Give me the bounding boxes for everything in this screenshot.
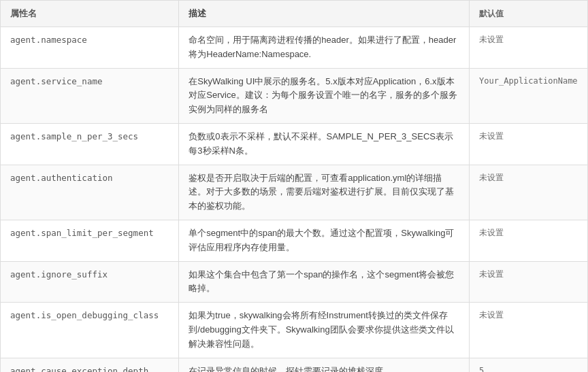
table-row: agent.namespace命名空间，用于隔离跨进程传播的header。如果进…: [1, 27, 588, 69]
properties-table: 属性名 描述 默认值 agent.namespace命名空间，用于隔离跨进程传播…: [0, 0, 588, 372]
property-desc: 鉴权是否开启取决于后端的配置，可查看application.yml的详细描述。对…: [179, 165, 470, 220]
property-desc: 命名空间，用于隔离跨进程传播的header。如果进行了配置，header将为He…: [179, 27, 470, 69]
property-default: 未设置: [470, 165, 588, 220]
property-desc: 在SkyWalking UI中展示的服务名。5.x版本对应Application…: [179, 68, 470, 123]
property-name: agent.authentication: [1, 165, 179, 220]
property-desc: 如果这个集合中包含了第一个span的操作名，这个segment将会被您略掉。: [179, 261, 470, 303]
table-row: agent.service_name在SkyWalking UI中展示的服务名。…: [1, 68, 588, 123]
property-default: Your_ApplicationName: [470, 68, 588, 123]
property-name: agent.is_open_debugging_class: [1, 303, 179, 358]
property-default: 未设置: [470, 220, 588, 261]
property-name: agent.ignore_suffix: [1, 261, 179, 303]
table-row: agent.ignore_suffix如果这个集合中包含了第一个span的操作名…: [1, 261, 588, 303]
table-row: agent.sample_n_per_3_secs负数或0表示不采样，默认不采样…: [1, 123, 588, 165]
property-desc: 如果为true，skywalking会将所有经Instrument转换过的类文件…: [179, 303, 470, 358]
property-name: agent.cause_exception_depth: [1, 358, 179, 372]
property-default: 未设置: [470, 123, 588, 165]
property-name: agent.sample_n_per_3_secs: [1, 123, 179, 165]
property-name: agent.service_name: [1, 68, 179, 123]
property-default: 未设置: [470, 303, 588, 358]
table-row: agent.span_limit_per_segment单个segment中的s…: [1, 220, 588, 261]
property-default: 未设置: [470, 27, 588, 69]
table-row: agent.is_open_debugging_class如果为true，sky…: [1, 303, 588, 358]
property-default: 5: [470, 358, 588, 372]
property-name: agent.namespace: [1, 27, 179, 69]
header-default: 默认值: [470, 1, 588, 27]
property-desc: 在记录异常信息的时候，探针需要记录的堆栈深度.: [179, 358, 470, 372]
property-desc: 负数或0表示不采样，默认不采样。SAMPLE_N_PER_3_SECS表示每3秒…: [179, 123, 470, 165]
property-name: agent.span_limit_per_segment: [1, 220, 179, 261]
header-desc: 描述: [179, 1, 470, 27]
table-row: agent.authentication鉴权是否开启取决于后端的配置，可查看ap…: [1, 165, 588, 220]
property-default: 未设置: [470, 261, 588, 303]
table-row: agent.cause_exception_depth在记录异常信息的时候，探针…: [1, 358, 588, 372]
header-name: 属性名: [1, 1, 179, 27]
property-desc: 单个segment中的span的最大个数。通过这个配置项，Skywalking可…: [179, 220, 470, 261]
